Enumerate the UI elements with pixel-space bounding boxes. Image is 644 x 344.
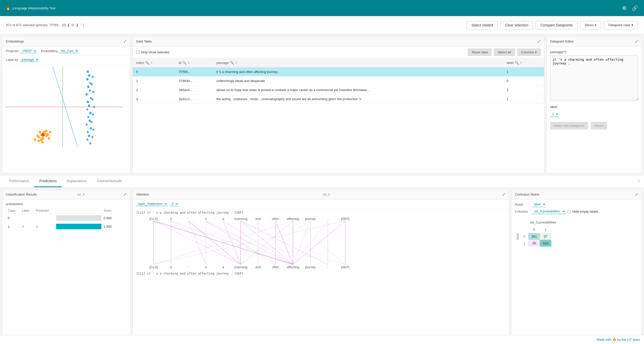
svg-text:[SEP]: [SEP] [341,217,349,221]
nav-prev-icon[interactable]: ❮ [67,23,70,27]
tab-counterfactuals[interactable]: Counterfactuals [92,175,127,187]
projector-select[interactable]: UMAP [20,49,37,53]
bottom-area: Classification Results sst_0 ⤢ probabili… [0,187,644,342]
cell-label: 0 [503,77,544,86]
embedding-control: Embedding sst_0:po [41,49,79,53]
svg-text:[CLS]: [CLS] [149,217,158,221]
link-icon[interactable]: 🔗 [632,5,638,11]
tab-menu-icon[interactable]: ≡ [637,178,640,184]
toolbar-buttons: Select related Clear selection Compare D… [467,21,638,29]
svg-point-44 [49,131,51,133]
svg-point-30 [92,129,94,131]
svg-text:often: often [272,265,279,269]
header: 🔥 Language Interpretability Tool ⚙ 🔗 [0,0,644,16]
confusion-matrix-wrapper: label 0 1 0 391 37 [515,226,638,247]
cell-passage: the acting , costumes , music , cinemato… [213,95,503,104]
svg-point-31 [91,136,93,138]
rows-select[interactable]: label [532,202,546,207]
cell-id: 279930... [175,77,213,86]
hide-empty-labels-checkbox[interactable] [567,210,571,213]
app-title: Language Interpretability Tool [13,6,55,10]
data-table-scroll[interactable]: index 🔍 ⇅ id 🔍 ⇅ [133,58,544,104]
svg-text:.: . [327,217,328,221]
svg-line-107 [171,221,293,264]
table-row[interactable]: 0 7f7f85... it 's a charming and often a… [133,67,544,77]
label-sort-icon[interactable]: ⇅ [520,61,522,64]
datapoint-color-button[interactable]: Datapoint color ▾ [604,21,638,29]
columns-select[interactable]: sst_0:probabilities [532,209,565,214]
confusion-row-axis-label: label [515,232,520,241]
tab-performance[interactable]: Performance [4,175,34,187]
passage-sort-icon[interactable]: ⇅ [235,61,237,64]
attention-expand-icon[interactable]: ⤢ [502,192,505,197]
header-actions: ⚙ 🔗 [622,5,638,11]
favorite-icon[interactable]: ♡) [80,23,84,27]
datapoint-editor-expand-icon[interactable]: ⤢ [635,39,638,44]
passage-search-icon[interactable]: 🔍 [230,61,234,65]
select-all-button[interactable]: Select all [494,49,515,56]
table-row[interactable]: 1 279930... unflinchingly bleak and desp… [133,77,544,86]
label-search-icon[interactable]: 🔍 [515,61,519,65]
embeddings-header: Embeddings ⤢ [2,36,130,47]
label-by-select[interactable]: passage [20,57,39,62]
index-search-icon[interactable]: 🔍 [145,61,149,65]
tab-predictions[interactable]: Predictions [34,175,62,187]
embedding-select[interactable]: sst_0:po [59,49,79,53]
label-select[interactable]: 1 0 [550,111,559,117]
make-new-datapoint-button[interactable]: Make new Datapoint [550,122,588,130]
columns-control: Columns sst_0:probabilities Hide empty l… [515,209,638,214]
svg-text:charming: charming [234,265,247,269]
data-table-expand-icon[interactable]: ⤢ [537,39,541,44]
layer-select[interactable]: layer_0/attention [136,202,168,206]
compare-datapoints-button[interactable]: Compare Datapoints [536,21,577,29]
confusion-col-1: 1 [540,226,551,233]
attention-bottom-text: [CLS] it ' s a charming and often affect… [136,272,505,275]
select-related-button[interactable]: Select related [467,21,498,29]
columns-button[interactable]: Columns ▾ [517,49,541,56]
classification-expand-icon[interactable]: ⤢ [123,192,127,197]
confusion-matrix-header: Confusion Matrix ⤢ [511,189,642,200]
nav-next-icon[interactable]: ❯ [76,23,79,27]
svg-point-46 [34,138,36,141]
only-show-selected-checkbox[interactable] [136,51,139,54]
tab-explanations[interactable]: Explanations [62,175,92,187]
svg-point-26 [91,98,93,100]
svg-point-5 [86,78,89,81]
only-show-selected-text: Only show selected [141,50,169,54]
id-sort-icon[interactable]: ⇅ [187,61,190,64]
prob-class: 1 [6,222,20,231]
slices-button[interactable]: Slices ▾ [580,21,601,29]
svg-point-42 [45,130,48,132]
cell-index: 2 [133,86,175,95]
footer: Made with 🔥 by the LIT team [0,335,644,344]
svg-text:a: a [222,217,224,221]
svg-point-15 [87,116,89,118]
table-row[interactable]: 3 3a3112... the acting , costumes , musi… [133,95,544,104]
cell-id: 3a3112... [175,95,213,104]
svg-point-21 [86,139,88,141]
table-row[interactable]: 2 345ac4... allows us to hope that nolan… [133,86,544,95]
index-sort-icon[interactable]: ⇅ [150,61,153,64]
columns-chevron-icon: ▾ [535,50,537,54]
prob-score: 0.000 [54,214,127,222]
reset-button[interactable]: Reset [591,122,607,130]
col-header-id: id 🔍 ⇅ [175,58,213,67]
embeddings-expand-icon[interactable]: ⤢ [123,39,127,44]
prob-predicted [34,214,54,222]
label-by-row: Label by passage [6,57,39,62]
clear-selection-button[interactable]: Clear selection [500,21,533,29]
only-show-selected-label[interactable]: Only show selected [136,50,169,54]
hide-empty-labels-row: Hide empty labels [567,210,598,213]
passage-textarea[interactable] [550,55,638,101]
gear-icon[interactable]: ⚙ [622,5,627,11]
confusion-matrix-expand-icon[interactable]: ⤢ [635,192,638,197]
head-select[interactable]: 0 [170,202,179,206]
nav-datapoint-icon[interactable]: ⊡ [71,23,74,27]
label-field: label: 1 0 [550,105,638,117]
id-search-icon[interactable]: 🔍 [182,61,186,65]
col-header-passage: passage 🔍 ⇅ [213,58,503,67]
svg-text:affecting: affecting [287,217,299,221]
reset-view-button[interactable]: Reset view [468,49,491,56]
col-header-index: index 🔍 ⇅ [133,58,175,67]
svg-point-17 [86,124,88,126]
